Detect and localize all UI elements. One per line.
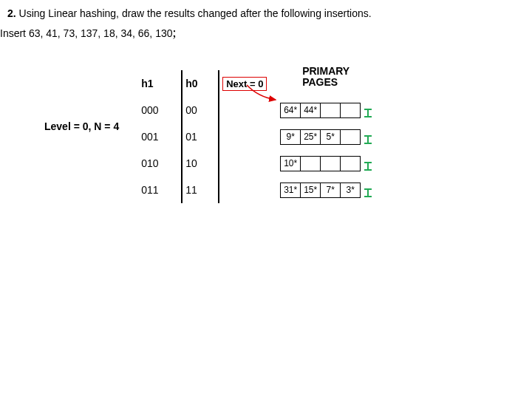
cell bbox=[341, 103, 360, 117]
col-h0: h0 00 01 10 11 bbox=[185, 70, 215, 203]
primary-l1: PRIMARY bbox=[302, 66, 349, 77]
cell: 9* bbox=[281, 130, 301, 144]
cell bbox=[321, 157, 341, 171]
cell: 3* bbox=[341, 183, 360, 197]
cell bbox=[301, 157, 321, 171]
h1-000: 000 bbox=[141, 97, 178, 123]
diagram: Level = 0, N = 4 h1 000 001 010 011 h0 0… bbox=[44, 70, 532, 203]
cell bbox=[341, 157, 360, 171]
primary-header: PRIMARY PAGES bbox=[280, 70, 373, 97]
col-h1: h1 000 001 010 011 bbox=[141, 70, 178, 203]
cell: 10* bbox=[281, 157, 301, 171]
primary-l2: PAGES bbox=[302, 77, 349, 88]
cell bbox=[321, 103, 341, 117]
h0-10: 10 bbox=[185, 150, 215, 177]
bucket-3: 31* 15* 7* 3* bbox=[280, 177, 373, 203]
level-label: Level = 0, N = 4 bbox=[44, 120, 119, 132]
terminator-icon bbox=[363, 102, 373, 118]
terminator-icon bbox=[363, 129, 373, 145]
terminator-icon bbox=[363, 155, 373, 171]
insert-line: Insert 63, 41, 73, 137, 18, 34, 66, 130; bbox=[0, 25, 532, 41]
next-r2 bbox=[222, 150, 280, 177]
h0-11: 11 bbox=[185, 177, 215, 203]
h1-header: h1 bbox=[141, 70, 178, 97]
divider-2 bbox=[218, 70, 219, 203]
next-arrow-icon bbox=[243, 83, 280, 106]
bucket-0: 64* 44* bbox=[280, 97, 373, 123]
col-next: Next = 0 bbox=[222, 70, 280, 203]
next-r3 bbox=[222, 177, 280, 203]
insert-text: Insert 63, 41, 73, 137, 18, 34, 66, 130 bbox=[0, 27, 173, 39]
divider-1 bbox=[181, 70, 183, 203]
hash-table: h1 000 001 010 011 h0 00 01 10 11 Next =… bbox=[141, 70, 373, 203]
cell: 5* bbox=[321, 130, 341, 144]
cell: 15* bbox=[301, 183, 321, 197]
h0-header: h0 bbox=[185, 70, 215, 97]
terminator-icon bbox=[363, 182, 373, 198]
h0-00: 00 bbox=[185, 97, 215, 123]
cell: 7* bbox=[321, 183, 341, 197]
cell: 31* bbox=[281, 183, 301, 197]
bucket-1: 9* 25* 5* bbox=[280, 123, 373, 150]
cell: 25* bbox=[301, 130, 321, 144]
h1-001: 001 bbox=[141, 123, 178, 150]
question-line: 2. Using Linear hashing, draw the result… bbox=[7, 7, 525, 19]
cell bbox=[341, 130, 360, 144]
cell: 44* bbox=[301, 103, 321, 117]
h1-011: 011 bbox=[141, 177, 178, 203]
question-number: 2. bbox=[7, 7, 16, 19]
question-text: Using Linear hashing, draw the results c… bbox=[19, 7, 372, 19]
col-pages: PRIMARY PAGES 64* 44* 9* 25* 5* bbox=[280, 70, 373, 203]
cell: 64* bbox=[281, 103, 301, 117]
next-r1 bbox=[222, 123, 280, 150]
h0-01: 01 bbox=[185, 123, 215, 150]
semicolon: ; bbox=[173, 25, 177, 40]
bucket-2: 10* bbox=[280, 150, 373, 177]
h1-010: 010 bbox=[141, 150, 178, 177]
